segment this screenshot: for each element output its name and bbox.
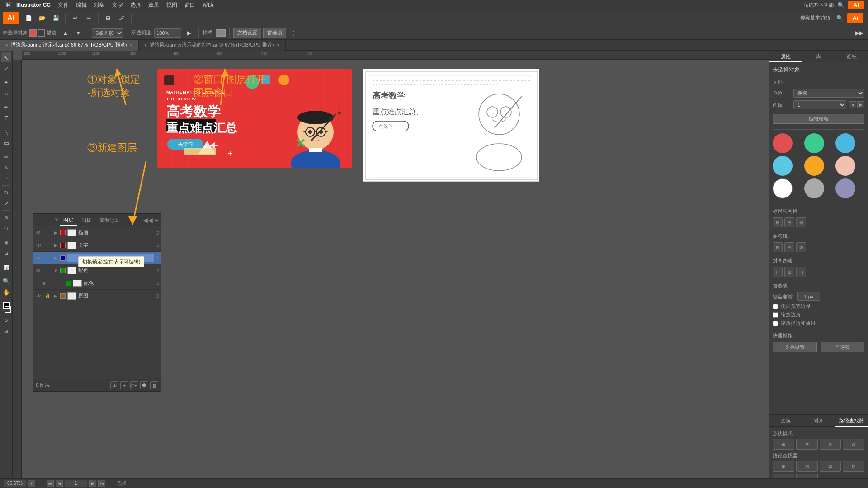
- view-mode-btn[interactable]: 🖊: [116, 12, 127, 24]
- color-teal[interactable]: [804, 133, 824, 153]
- new-artboard-btn[interactable]: □+: [130, 381, 138, 389]
- layer-eye-3[interactable]: 👁: [35, 267, 42, 274]
- shape-select[interactable]: 3点圆形: [92, 28, 123, 38]
- use-preview-checkbox[interactable]: [773, 304, 778, 309]
- panel-right-btn[interactable]: ▶▶: [854, 27, 865, 39]
- pixel-preview-btn[interactable]: ⊠: [796, 217, 806, 227]
- layer-expand-3[interactable]: ▼: [53, 268, 58, 273]
- shape-unite[interactable]: ⊕: [773, 439, 794, 450]
- tool-pen[interactable]: ✒: [1, 102, 11, 112]
- shape-intersect[interactable]: ⊗: [820, 439, 841, 450]
- layer-lock-3c[interactable]: [49, 280, 57, 287]
- app-name[interactable]: Illustrator CC: [13, 0, 54, 10]
- tab-1-close[interactable]: ✕: [129, 42, 133, 47]
- apple-menu[interactable]: ⌘: [4, 1, 13, 9]
- layer-item-0[interactable]: 👁 ▶ 描画: [33, 226, 161, 239]
- tool-chart[interactable]: 📊: [1, 262, 11, 272]
- menu-window[interactable]: 窗口: [181, 0, 199, 10]
- tool-pencil[interactable]: ✎: [1, 163, 11, 173]
- page-next[interactable]: ▶: [89, 480, 96, 487]
- make-sublayer-btn[interactable]: ⊞: [110, 381, 118, 389]
- panel-collapse-btn[interactable]: ◀◀: [143, 216, 153, 224]
- zoom-down-btn[interactable]: ▼: [28, 480, 35, 487]
- color-peach[interactable]: [835, 156, 855, 176]
- menu-effects[interactable]: 效果: [145, 0, 163, 10]
- tool-eyedropper[interactable]: ⊿: [1, 248, 11, 258]
- stroke-swatch[interactable]: [5, 306, 11, 313]
- layer-eye-3c[interactable]: 👁: [40, 280, 47, 287]
- layer-eye-2[interactable]: 👁: [35, 254, 42, 262]
- edit-template-btn[interactable]: 编辑模板: [773, 114, 864, 124]
- doc-settings-btn[interactable]: 文档设置: [233, 28, 261, 38]
- right-tab-library[interactable]: 库: [802, 51, 835, 62]
- pf-merge[interactable]: ⊠: [820, 461, 841, 472]
- align-left[interactable]: ⊢: [773, 267, 783, 277]
- align-right[interactable]: ⊣: [796, 267, 806, 277]
- grid-btn[interactable]: ⊟: [784, 217, 794, 227]
- color-white[interactable]: [773, 178, 793, 198]
- right-bottom-tab-align[interactable]: 对齐: [802, 415, 835, 427]
- layer-lock-3[interactable]: [44, 267, 51, 274]
- right-tab-artboard[interactable]: 画板: [835, 51, 868, 62]
- new-doc-btn[interactable]: 📄: [23, 12, 34, 24]
- search-btn[interactable]: 🔍: [834, 12, 845, 24]
- tool-direct-selection[interactable]: ↙: [1, 63, 11, 73]
- menu-text[interactable]: 文字: [108, 0, 127, 10]
- right-bottom-tab-pathfinder[interactable]: 路径查找器: [835, 415, 868, 427]
- quick-doc-settings-btn[interactable]: 文档设置: [773, 342, 817, 352]
- color-orange[interactable]: [804, 156, 824, 176]
- new-layer-btn[interactable]: +: [120, 381, 128, 389]
- layer-eye-4[interactable]: 👁: [35, 292, 42, 300]
- right-bottom-tab-transform[interactable]: 变换: [769, 415, 802, 427]
- panel-menu-btn[interactable]: ≡: [155, 216, 158, 224]
- menu-file[interactable]: 文件: [54, 0, 72, 10]
- artboard-next[interactable]: ▶: [857, 101, 864, 108]
- panel-tab-export[interactable]: 资源导出: [96, 214, 123, 226]
- tool-scale[interactable]: ⤢: [1, 198, 11, 208]
- layer-lock-1[interactable]: [44, 242, 51, 249]
- layer-eye-0[interactable]: 👁: [35, 229, 42, 236]
- layer-lock-0[interactable]: [44, 229, 51, 236]
- color-light-blue[interactable]: [835, 133, 855, 153]
- align-center-h[interactable]: ⊟: [784, 267, 794, 277]
- search-icon[interactable]: 🔍: [837, 2, 844, 9]
- menu-object[interactable]: 对象: [90, 0, 108, 10]
- artboard-select[interactable]: 1 2: [793, 100, 846, 109]
- page-first[interactable]: ⏮: [47, 480, 54, 487]
- tool-selection[interactable]: ↖: [1, 52, 11, 62]
- undo-btn[interactable]: ↩: [69, 12, 81, 24]
- tool-hand[interactable]: ✋: [1, 287, 11, 297]
- zoom-input[interactable]: [4, 480, 26, 487]
- opacity-input[interactable]: [154, 28, 181, 38]
- layer-item-4[interactable]: 👁 🔒 ▶ 原图: [33, 290, 161, 302]
- tool-line[interactable]: ╲: [1, 127, 11, 137]
- menu-help[interactable]: 帮助: [199, 0, 217, 10]
- color-sky-blue[interactable]: [773, 156, 793, 176]
- save-btn[interactable]: 💾: [50, 12, 61, 24]
- tool-envelope[interactable]: ⬠: [1, 223, 11, 233]
- open-btn[interactable]: 📂: [36, 12, 48, 24]
- stroke-down[interactable]: ▼: [72, 27, 84, 39]
- menu-edit[interactable]: 编辑: [72, 0, 90, 10]
- ruler-btn[interactable]: ⊞: [773, 217, 783, 227]
- shape-minus[interactable]: ⊖: [796, 439, 818, 450]
- right-tab-properties[interactable]: 属性: [769, 51, 802, 62]
- shape-exclude[interactable]: ⊘: [843, 439, 864, 450]
- redo-btn[interactable]: ↪: [83, 12, 94, 24]
- tool-screen-mode[interactable]: ⊞: [1, 326, 11, 336]
- layer-item-1[interactable]: 👁 ▶ 文字: [33, 239, 161, 252]
- layer-lock-4[interactable]: 🔒: [44, 292, 51, 300]
- delete-layer-btn[interactable]: 🗑: [150, 381, 158, 389]
- layer-lock-2[interactable]: [44, 254, 51, 262]
- stroke-color[interactable]: [38, 29, 45, 37]
- color-gray[interactable]: [804, 178, 824, 198]
- tool-smooth[interactable]: 〜: [1, 174, 11, 183]
- page-last[interactable]: ⏭: [98, 480, 105, 487]
- tool-magic-wand[interactable]: ✦: [1, 77, 11, 87]
- artboard-prev[interactable]: ◀: [849, 101, 856, 108]
- layer-eye-1[interactable]: 👁: [35, 242, 42, 249]
- guide-btn-1[interactable]: ⊞: [773, 242, 783, 252]
- opacity-up[interactable]: ▶: [183, 27, 195, 39]
- page-input[interactable]: [65, 480, 87, 487]
- move-to-layer-btn[interactable]: ⬢: [140, 381, 148, 389]
